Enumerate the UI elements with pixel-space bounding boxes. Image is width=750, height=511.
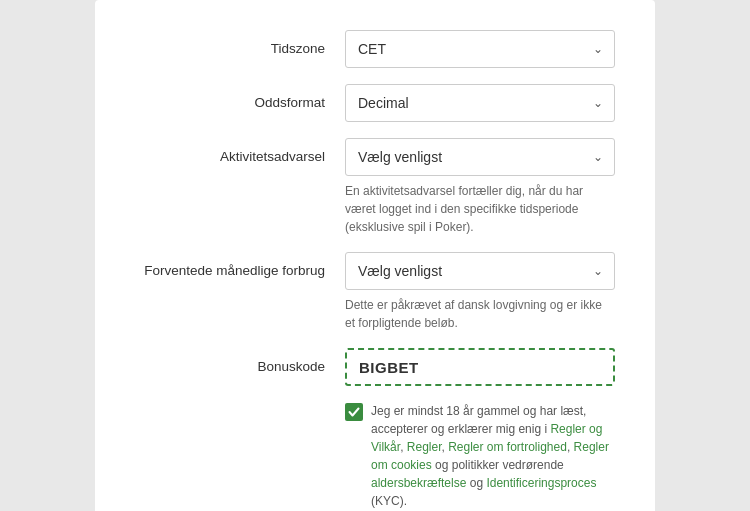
bonus-row: Bonuskode — [135, 348, 615, 386]
timezone-select[interactable]: CET — [345, 30, 615, 68]
monthly-row: Forventede månedlige forbrug Vælg venlig… — [135, 252, 615, 332]
terms-checkbox[interactable] — [345, 403, 363, 421]
registration-form: Tidszone CET ⌄ Oddsformat Decimal ⌄ Akti… — [95, 0, 655, 511]
oddsformat-select-wrapper: Decimal ⌄ — [345, 84, 615, 122]
timezone-select-wrapper: CET ⌄ — [345, 30, 615, 68]
terms-text: Jeg er mindst 18 år gammel og har læst, … — [371, 402, 615, 510]
monthly-label: Forventede månedlige forbrug — [135, 252, 345, 281]
monthly-help-text: Dette er påkrævet af dansk lovgivning og… — [345, 296, 615, 332]
oddsformat-select[interactable]: Decimal — [345, 84, 615, 122]
oddsformat-control: Decimal ⌄ — [345, 84, 615, 122]
activity-control: Vælg venligst ⌄ En aktivitetsadvarsel fo… — [345, 138, 615, 236]
timezone-control: CET ⌄ — [345, 30, 615, 68]
bonus-label: Bonuskode — [135, 348, 345, 377]
monthly-control: Vælg venligst ⌄ Dette er påkrævet af dan… — [345, 252, 615, 332]
terms-link-2[interactable]: Regler — [407, 440, 442, 454]
terms-link-5[interactable]: aldersbekræftelse — [371, 476, 466, 490]
monthly-select-wrapper: Vælg venligst ⌄ — [345, 252, 615, 290]
monthly-select[interactable]: Vælg venligst — [345, 252, 615, 290]
checkmark-icon — [348, 406, 360, 418]
oddsformat-label: Oddsformat — [135, 84, 345, 113]
timezone-row: Tidszone CET ⌄ — [135, 30, 615, 68]
activity-label: Aktivitetsadvarsel — [135, 138, 345, 167]
activity-help-text: En aktivitetsadvarsel fortæller dig, når… — [345, 182, 615, 236]
timezone-label: Tidszone — [135, 30, 345, 59]
activity-row: Aktivitetsadvarsel Vælg venligst ⌄ En ak… — [135, 138, 615, 236]
bonus-control — [345, 348, 615, 386]
terms-checkbox-row: Jeg er mindst 18 år gammel og har læst, … — [345, 402, 615, 510]
bonus-input[interactable] — [345, 348, 615, 386]
activity-select-wrapper: Vælg venligst ⌄ — [345, 138, 615, 176]
terms-link-6[interactable]: Identificeringsproces — [486, 476, 596, 490]
terms-link-3[interactable]: Regler om fortrolighed — [448, 440, 567, 454]
activity-select[interactable]: Vælg venligst — [345, 138, 615, 176]
oddsformat-row: Oddsformat Decimal ⌄ — [135, 84, 615, 122]
